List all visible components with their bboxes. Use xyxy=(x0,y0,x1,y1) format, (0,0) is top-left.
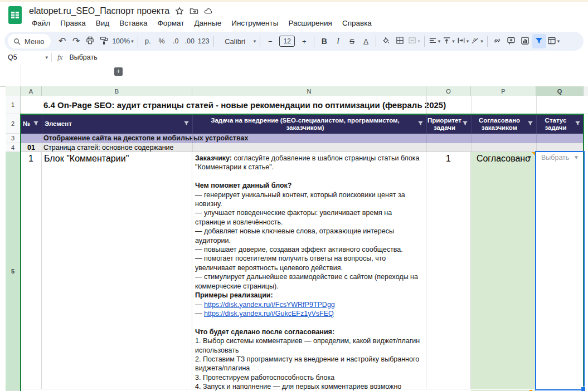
gridline xyxy=(536,96,537,114)
header-cell-num[interactable]: № xyxy=(21,114,42,134)
section-row[interactable]: Отображение сайта на десктопе и мобильны… xyxy=(21,134,584,143)
column-group-expand-button[interactable]: + xyxy=(114,67,123,76)
row-header-5[interactable]: 5 xyxy=(6,152,21,391)
note-marker xyxy=(532,152,536,156)
sheet-views-menu[interactable]: ▾ xyxy=(546,34,561,48)
select-all-corner[interactable] xyxy=(6,86,21,96)
header-label: № xyxy=(21,120,33,128)
strikethrough-button[interactable]: S xyxy=(345,34,359,48)
percent-icon: % xyxy=(159,37,165,45)
horizontal-align-menu[interactable]: ▾ xyxy=(427,34,442,48)
dropdown-arrow-icon[interactable]: ▼ xyxy=(574,154,579,160)
format-currency-button[interactable]: р. xyxy=(141,34,155,48)
header-cell-priority[interactable]: Приоритет задачи xyxy=(426,114,471,134)
font-size-input[interactable]: 12 xyxy=(279,36,295,47)
increase-font-size-button[interactable]: + xyxy=(297,34,311,48)
chevron-down-icon: ▾ xyxy=(254,38,256,44)
bold-icon: B xyxy=(322,37,327,46)
bold-button[interactable]: B xyxy=(317,34,331,48)
cell-P5-approved-dropdown[interactable]: Согласовано ▼ xyxy=(471,152,536,389)
print-button[interactable] xyxy=(83,34,97,48)
menu-item-вставка[interactable]: Вставка xyxy=(115,18,151,28)
formula-input[interactable]: Выбрать xyxy=(69,53,97,61)
row-header-4[interactable]: 4 xyxy=(6,143,21,152)
filter-funnel-icon[interactable] xyxy=(33,120,40,128)
undo-button[interactable]: ↶ xyxy=(55,34,69,48)
task-text-segment: — генерирует уникальный контент, который… xyxy=(195,191,405,208)
move-folder-icon[interactable] xyxy=(189,7,198,16)
column-header-A[interactable]: A xyxy=(21,86,42,96)
decrease-decimal-icon: .0 xyxy=(173,37,178,45)
cell-O5-priority[interactable]: 1 xyxy=(426,152,471,389)
fill-handle[interactable] xyxy=(581,387,586,391)
merge-cells-button[interactable]: ▾ xyxy=(407,34,421,48)
format-percent-button[interactable]: % xyxy=(155,34,169,48)
yandex-disk-link[interactable]: https://disk.yandex.ru/i/FcsYWRfP9TPDgg xyxy=(204,301,335,309)
formula-bar: Q5 ▾ fx Выбрать xyxy=(0,51,588,65)
cell-Q5-status-dropdown[interactable]: Выбрать ▼ xyxy=(536,152,584,389)
header-cell-status[interactable]: Статус задачи xyxy=(536,114,584,134)
column-header-N[interactable]: N xyxy=(192,86,426,96)
sheets-logo-icon[interactable] xyxy=(8,6,22,25)
filter-funnel-icon[interactable] xyxy=(575,120,581,128)
row-header-3[interactable]: 3 xyxy=(6,134,21,143)
text-wrap-menu[interactable]: ▾ xyxy=(456,34,470,48)
redo-button[interactable]: ↷ xyxy=(69,34,83,48)
header-cell-task[interactable]: Задача на внедрение (SEO-специалистом, п… xyxy=(192,114,426,134)
name-box[interactable]: Q5 ▾ xyxy=(0,53,48,61)
italic-button[interactable]: I xyxy=(331,34,345,48)
star-icon[interactable] xyxy=(175,7,184,16)
task-text-segment: 3. Протестируем работоспособность блока xyxy=(195,374,334,382)
zoom-menu[interactable]: 100%▾ xyxy=(111,34,135,48)
column-header-Q[interactable]: Q xyxy=(536,86,584,96)
cell-N5-task-text[interactable]: Заказчику: согласуйте добавление в шабло… xyxy=(192,152,426,389)
column-header-O[interactable]: O xyxy=(426,86,471,96)
search-menus-button[interactable]: Меню xyxy=(8,34,51,48)
menu-item-формат[interactable]: Формат xyxy=(153,18,188,28)
header-label: Задача на внедрение (SEO-специалистом, п… xyxy=(193,117,417,131)
header-cell-element[interactable]: Элемент xyxy=(42,114,192,134)
cell-A5[interactable]: 1 xyxy=(21,152,42,389)
vertical-align-menu[interactable]: ▾ xyxy=(441,34,456,48)
filter-funnel-icon[interactable] xyxy=(527,120,534,128)
cell-B1-title[interactable]: 6.4 On-Page SEO: аудит страницы статей -… xyxy=(43,96,446,114)
create-filter-button[interactable] xyxy=(532,34,546,48)
filter-funnel-icon[interactable] xyxy=(417,120,424,128)
insert-comment-button[interactable] xyxy=(504,34,518,48)
row-header-1[interactable]: 1 xyxy=(6,96,21,114)
toolbar-divider xyxy=(213,36,214,47)
fill-color-icon xyxy=(382,36,390,46)
merge-cells-icon xyxy=(408,36,416,46)
decrease-font-size-button[interactable]: − xyxy=(263,34,277,48)
header-cell-approved[interactable]: Согласовано заказчиком xyxy=(471,114,536,134)
font-family-menu[interactable]: Calibri▾ xyxy=(217,34,257,48)
menu-item-справка[interactable]: Справка xyxy=(338,18,376,28)
task-paragraph: — стимулирует дальнейшее взаимодействие … xyxy=(195,272,422,291)
menu-item-инструменты[interactable]: Инструменты xyxy=(227,18,282,28)
text-rotation-menu[interactable]: A▾ xyxy=(470,34,484,48)
paint-format-button[interactable] xyxy=(97,34,111,48)
document-title[interactable]: elatopet.ru_SEO_Паспорт проекта xyxy=(29,6,169,16)
menu-item-вид[interactable]: Вид xyxy=(92,18,113,28)
insert-link-button[interactable] xyxy=(490,34,504,48)
menu-item-правка[interactable]: Правка xyxy=(56,18,90,28)
fill-color-button[interactable] xyxy=(379,34,393,48)
menu-item-файл[interactable]: Файл xyxy=(28,18,54,28)
decrease-decimal-button[interactable]: .0 xyxy=(169,34,183,48)
menu-item-расширения[interactable]: Расширения xyxy=(284,18,336,28)
text-color-button[interactable]: A xyxy=(359,34,373,48)
insert-chart-button[interactable] xyxy=(518,34,532,48)
filter-funnel-icon[interactable] xyxy=(462,120,469,128)
yandex-disk-link[interactable]: https://disk.yandex.ru/i/GukcEFz1yVsFEQ xyxy=(204,310,334,317)
increase-decimal-button[interactable]: .00 xyxy=(183,34,197,48)
group-row[interactable]: 01 Страница статей: основное содержание xyxy=(21,143,584,152)
menu-item-данные[interactable]: Данные xyxy=(190,18,225,28)
more-formats-button[interactable]: 123 xyxy=(197,34,211,48)
borders-button[interactable] xyxy=(393,34,407,48)
cell-B5-element[interactable]: Блок "Комментарии" xyxy=(42,152,192,389)
filter-funnel-icon[interactable] xyxy=(183,120,190,128)
column-header-B[interactable]: B xyxy=(42,86,192,96)
row-header-2[interactable]: 2 xyxy=(6,114,21,134)
gridline xyxy=(471,134,472,143)
column-header-P[interactable]: P xyxy=(471,86,536,96)
